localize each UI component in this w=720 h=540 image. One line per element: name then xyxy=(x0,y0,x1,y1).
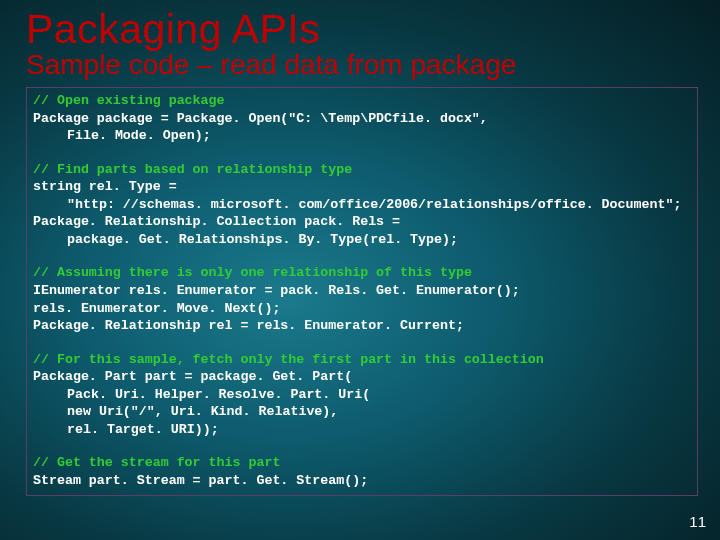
code-line: string rel. Type = xyxy=(33,178,691,196)
code-line: File. Mode. Open); xyxy=(33,127,691,145)
code-blank xyxy=(33,438,691,454)
code-blank xyxy=(33,335,691,351)
code-line: Package. Relationship rel = rels. Enumer… xyxy=(33,317,691,335)
slide-title: Packaging APIs xyxy=(26,8,694,51)
code-line: Pack. Uri. Helper. Resolve. Part. Uri( xyxy=(33,386,691,404)
code-block: // Open existing package Package package… xyxy=(26,87,698,496)
code-line: rel. Target. URI)); xyxy=(33,421,691,439)
code-comment: // For this sample, fetch only the first… xyxy=(33,351,691,369)
code-line: Stream part. Stream = part. Get. Stream(… xyxy=(33,472,691,490)
code-line: "http: //schemas. microsoft. com/office/… xyxy=(33,196,691,214)
code-blank xyxy=(33,145,691,161)
slide: Packaging APIs Sample code – read data f… xyxy=(0,0,720,540)
code-comment: // Find parts based on relationship type xyxy=(33,161,691,179)
page-number: 11 xyxy=(689,513,706,530)
code-comment: // Assuming there is only one relationsh… xyxy=(33,264,691,282)
code-blank xyxy=(33,248,691,264)
slide-subtitle: Sample code – read data from package xyxy=(26,49,694,81)
code-comment: // Open existing package xyxy=(33,92,691,110)
code-line: package. Get. Relationships. By. Type(re… xyxy=(33,231,691,249)
code-line: Package. Relationship. Collection pack. … xyxy=(33,213,691,231)
code-comment: // Get the stream for this part xyxy=(33,454,691,472)
code-line: IEnumerator rels. Enumerator = pack. Rel… xyxy=(33,282,691,300)
code-line: new Uri("/", Uri. Kind. Relative), xyxy=(33,403,691,421)
code-line: rels. Enumerator. Move. Next(); xyxy=(33,300,691,318)
code-line: Package. Part part = package. Get. Part( xyxy=(33,368,691,386)
code-line: Package package = Package. Open("C: \Tem… xyxy=(33,110,691,128)
